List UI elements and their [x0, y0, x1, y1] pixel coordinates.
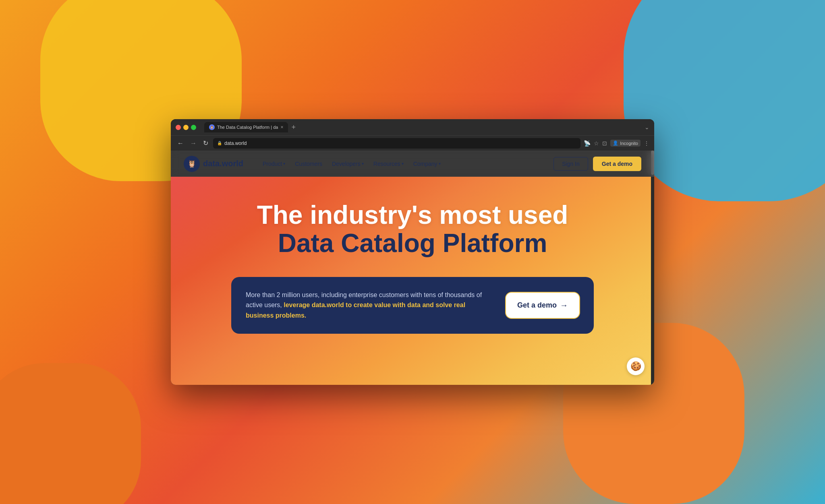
back-button[interactable]: ←: [176, 139, 185, 148]
hero-title-line2: Data Catalog Platform: [278, 229, 547, 257]
incognito-badge: 👤 Incognito: [610, 140, 641, 147]
demo-card-label: Get a demo: [517, 301, 557, 310]
nav-product-label: Product: [263, 161, 282, 167]
incognito-label: Incognito: [620, 141, 638, 146]
logo-icon: 🦉: [184, 156, 200, 172]
close-button[interactable]: [176, 125, 181, 130]
demo-card-button[interactable]: Get a demo →: [506, 293, 579, 318]
product-dropdown-icon: ▾: [283, 161, 285, 166]
minimize-button[interactable]: [183, 125, 189, 130]
developers-dropdown-icon: ▾: [362, 161, 364, 166]
hero-section: The industry's most used Data Catalog Pl…: [171, 177, 654, 385]
cookie-icon: 🍪: [630, 361, 641, 372]
url-bar[interactable]: 🔒 data.world: [213, 138, 580, 149]
nav-product[interactable]: Product ▾: [263, 161, 285, 167]
incognito-icon: 👤: [613, 140, 618, 146]
signin-button[interactable]: Sign In: [553, 157, 588, 171]
info-text: More than 2 million users, including ent…: [246, 290, 490, 321]
reload-button[interactable]: ↻: [201, 138, 210, 148]
tab-close-icon[interactable]: ×: [280, 124, 283, 130]
lock-icon: 🔒: [217, 141, 222, 145]
nav-actions: Sign In Get a demo: [553, 157, 641, 171]
cast-icon[interactable]: 📡: [584, 140, 591, 147]
bookmark-icon[interactable]: ☆: [594, 140, 599, 147]
nav-customers[interactable]: Customers: [295, 161, 322, 167]
address-bar: ← → ↻ 🔒 data.world 📡 ☆ ⊡ 👤 Incognito ⋮: [171, 135, 654, 151]
nav-resources-label: Resources: [373, 161, 400, 167]
info-card: More than 2 million users, including ent…: [231, 277, 594, 334]
site-navbar: 🦉 data.world Product ▾ Customers Develop…: [171, 151, 654, 177]
nav-customers-label: Customers: [295, 161, 322, 167]
nav-developers-label: Developers: [332, 161, 361, 167]
demo-card-arrow-icon: →: [560, 301, 568, 310]
nav-developers[interactable]: Developers ▾: [332, 161, 364, 167]
tab-bar: 🦉 The Data Catalog Platform | da × +: [204, 122, 641, 132]
hero-title-line1: The industry's most used: [257, 201, 568, 229]
tab-favicon: 🦉: [209, 124, 215, 130]
traffic-lights: [176, 125, 196, 130]
more-options-icon[interactable]: ⋮: [644, 140, 649, 147]
url-text: data.world: [224, 140, 247, 146]
nav-links: Product ▾ Customers Developers ▾ Resourc…: [263, 161, 441, 167]
nav-resources[interactable]: Resources ▾: [373, 161, 404, 167]
scrollbar[interactable]: [651, 151, 654, 385]
company-dropdown-icon: ▾: [439, 161, 441, 166]
new-tab-button[interactable]: +: [291, 123, 296, 132]
forward-button[interactable]: →: [189, 139, 198, 148]
logo-text: data.world: [203, 159, 243, 168]
browser-toolbar-actions: 📡 ☆ ⊡ 👤 Incognito ⋮: [584, 140, 649, 147]
tab-chevron-icon[interactable]: ⌄: [645, 124, 649, 130]
site-logo[interactable]: 🦉 data.world: [184, 156, 243, 172]
reading-mode-icon[interactable]: ⊡: [602, 140, 607, 147]
tab-title: The Data Catalog Platform | da: [217, 125, 278, 130]
maximize-button[interactable]: [191, 125, 196, 130]
browser-window: 🦉 The Data Catalog Platform | da × + ⌄ ←…: [171, 119, 654, 385]
get-demo-button[interactable]: Get a demo: [593, 157, 641, 171]
browser-title-bar: 🦉 The Data Catalog Platform | da × + ⌄: [171, 119, 654, 135]
resources-dropdown-icon: ▾: [402, 161, 404, 166]
website-content: 🦉 data.world Product ▾ Customers Develop…: [171, 151, 654, 385]
cookie-consent-button[interactable]: 🍪: [627, 357, 645, 375]
nav-company-label: Company: [413, 161, 437, 167]
nav-company[interactable]: Company ▾: [413, 161, 441, 167]
browser-tab[interactable]: 🦉 The Data Catalog Platform | da ×: [204, 122, 288, 132]
